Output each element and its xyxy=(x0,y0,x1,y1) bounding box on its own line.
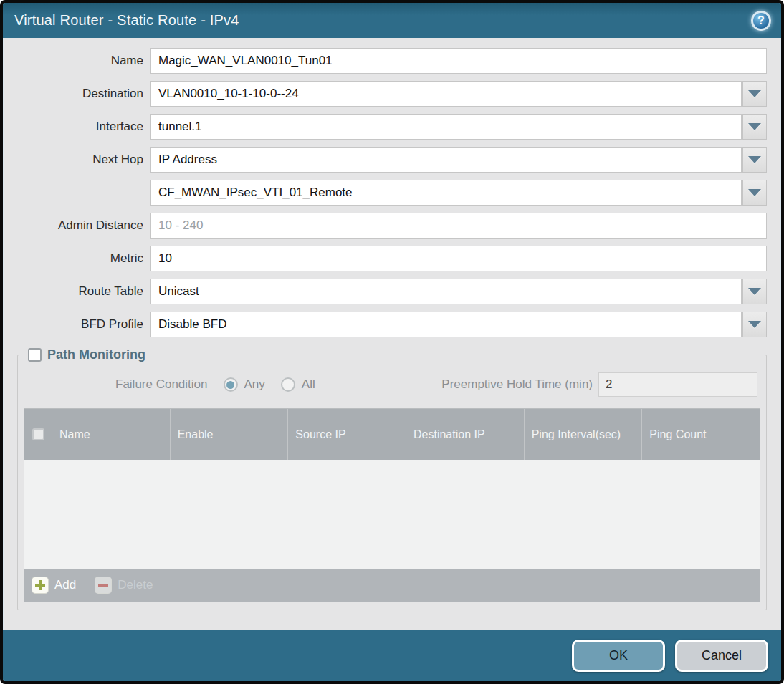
admin-distance-row: Admin Distance xyxy=(17,213,767,239)
delete-button[interactable]: Delete xyxy=(95,577,153,594)
next-hop-type-dropdown-button[interactable] xyxy=(742,147,767,173)
next-hop-row: Next Hop xyxy=(17,147,767,173)
path-monitoring-title: Path Monitoring xyxy=(47,347,145,362)
failure-condition-any-radio[interactable]: Any xyxy=(224,377,265,392)
dialog-titlebar: Virtual Router - Static Route - IPv4 ? xyxy=(3,3,781,38)
failure-condition-label: Failure Condition xyxy=(115,377,208,392)
name-input[interactable] xyxy=(150,48,767,74)
route-table-label: Route Table xyxy=(17,284,150,299)
route-table-input[interactable] xyxy=(150,279,742,304)
chevron-down-icon xyxy=(748,321,761,328)
radio-circle-icon xyxy=(281,377,295,392)
failure-condition-all-radio[interactable]: All xyxy=(281,377,315,392)
column-header-destination-ip[interactable]: Destination IP xyxy=(406,409,524,460)
chevron-down-icon xyxy=(748,156,761,163)
next-hop-type-input[interactable] xyxy=(150,147,742,173)
table-header-row: Name Enable Source IP Destination IP Pin… xyxy=(24,409,760,460)
next-hop-address-row xyxy=(17,180,767,206)
plus-icon xyxy=(32,577,49,594)
column-header-ping-interval[interactable]: Ping Interval(sec) xyxy=(524,409,642,460)
static-route-dialog: Virtual Router - Static Route - IPv4 ? N… xyxy=(0,0,784,684)
bfd-profile-input[interactable] xyxy=(150,312,742,337)
route-table-dropdown-button[interactable] xyxy=(742,279,767,304)
route-table-row: Route Table xyxy=(17,279,767,304)
column-header-ping-count[interactable]: Ping Count xyxy=(641,409,760,460)
column-header-source-ip[interactable]: Source IP xyxy=(287,409,406,460)
metric-label: Metric xyxy=(17,251,150,266)
chevron-down-icon xyxy=(748,189,761,196)
table-footer-toolbar: Add Delete xyxy=(24,569,760,602)
minus-icon xyxy=(95,577,112,594)
metric-input[interactable] xyxy=(150,246,767,271)
destination-input[interactable] xyxy=(150,81,742,107)
metric-row: Metric xyxy=(17,246,767,271)
interface-row: Interface xyxy=(17,114,767,140)
interface-dropdown-button[interactable] xyxy=(742,114,767,140)
chevron-down-icon xyxy=(748,90,761,97)
destination-label: Destination xyxy=(17,87,150,101)
bfd-profile-dropdown-button[interactable] xyxy=(742,312,767,337)
table-body-empty xyxy=(24,460,760,569)
admin-distance-input[interactable] xyxy=(150,213,767,239)
next-hop-address-input[interactable] xyxy=(150,180,742,206)
column-header-name[interactable]: Name xyxy=(52,409,170,460)
chevron-down-icon xyxy=(748,288,761,295)
path-monitoring-table: Name Enable Source IP Destination IP Pin… xyxy=(24,408,760,602)
preemptive-hold-time-label: Preemptive Hold Time (min) xyxy=(441,377,593,392)
name-label: Name xyxy=(17,54,150,68)
bfd-profile-row: BFD Profile xyxy=(17,312,767,337)
next-hop-address-dropdown-button[interactable] xyxy=(742,180,767,206)
column-header-enable[interactable]: Enable xyxy=(170,409,288,460)
admin-distance-label: Admin Distance xyxy=(17,218,150,233)
destination-row: Destination xyxy=(17,81,767,107)
dialog-body: Name Destination Interface Next Hop xyxy=(3,38,781,630)
radio-circle-icon xyxy=(224,377,238,392)
help-icon[interactable]: ? xyxy=(751,11,771,31)
next-hop-label: Next Hop xyxy=(17,153,150,167)
path-monitoring-checkbox[interactable] xyxy=(28,348,42,362)
name-row: Name xyxy=(17,48,767,74)
path-monitoring-options-row: Failure Condition Any All Preemptive Hol… xyxy=(27,372,757,397)
select-all-checkbox-cell[interactable] xyxy=(24,409,52,460)
dialog-title: Virtual Router - Static Route - IPv4 xyxy=(14,12,239,29)
path-monitoring-section: Path Monitoring Failure Condition Any Al… xyxy=(17,347,767,610)
bfd-profile-label: BFD Profile xyxy=(17,317,150,332)
cancel-button[interactable]: Cancel xyxy=(675,640,768,672)
interface-label: Interface xyxy=(17,120,150,134)
dialog-footer: OK Cancel xyxy=(3,630,781,681)
chevron-down-icon xyxy=(748,123,761,130)
preemptive-hold-time-input[interactable] xyxy=(598,372,757,397)
ok-button[interactable]: OK xyxy=(572,640,665,672)
destination-dropdown-button[interactable] xyxy=(742,81,767,107)
add-button[interactable]: Add xyxy=(32,577,76,594)
interface-input[interactable] xyxy=(150,114,742,140)
select-all-checkbox[interactable] xyxy=(32,428,44,440)
